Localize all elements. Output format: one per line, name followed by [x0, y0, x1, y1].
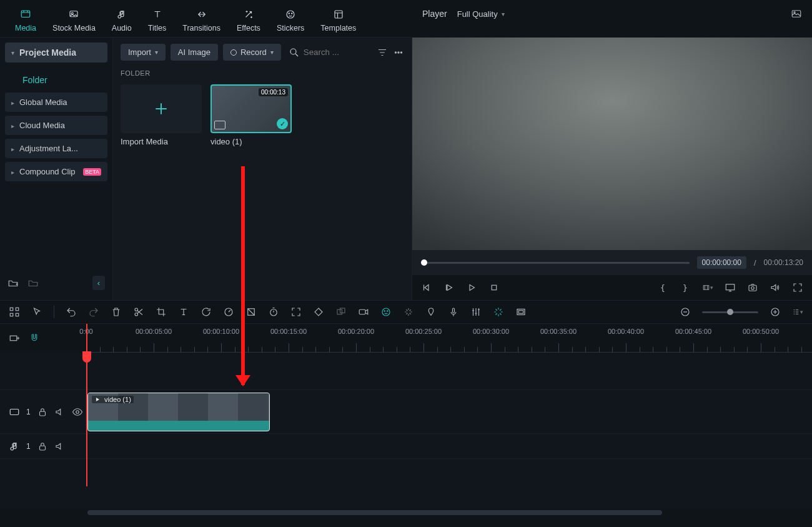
- filter-icon[interactable]: [377, 47, 388, 58]
- text-icon[interactable]: [178, 306, 189, 318]
- import-dropdown[interactable]: Import ▾: [121, 44, 166, 61]
- ai-image-button[interactable]: AI Image: [171, 44, 218, 61]
- timeline-toolbar: ▾: [0, 300, 812, 324]
- search-icon[interactable]: [289, 47, 300, 58]
- svg-rect-38: [10, 336, 17, 341]
- ruler-label: 00:00:40:00: [608, 328, 644, 335]
- search-input[interactable]: [304, 48, 354, 57]
- lock-icon[interactable]: [37, 406, 48, 418]
- step-back-icon[interactable]: [421, 282, 432, 293]
- tab-media[interactable]: Media: [12, 6, 39, 34]
- zoom-slider[interactable]: [702, 311, 758, 313]
- ai-face-icon[interactable]: [380, 306, 392, 318]
- sparkle-icon[interactable]: [403, 306, 414, 318]
- project-media-header[interactable]: ▾ Project Media: [5, 43, 107, 63]
- tab-titles[interactable]: Titles: [146, 6, 169, 34]
- safe-zone-icon[interactable]: [515, 306, 527, 318]
- playhead[interactable]: [86, 324, 87, 486]
- audio-track-icon: [9, 441, 20, 452]
- lock-icon[interactable]: [37, 441, 48, 452]
- marker-icon[interactable]: [425, 306, 437, 318]
- mute-icon[interactable]: [54, 406, 66, 418]
- chevron-down-icon: ▾: [155, 49, 158, 56]
- sidebar-item-cloud-media[interactable]: Cloud Media: [5, 116, 107, 135]
- stop-icon[interactable]: [488, 282, 500, 293]
- link-folder-icon[interactable]: [27, 278, 39, 289]
- ruler-label: 00:00:15:00: [270, 328, 307, 335]
- aspect-icon[interactable]: ▾: [702, 282, 713, 293]
- record-dropdown[interactable]: Record ▾: [223, 44, 281, 61]
- mic-icon[interactable]: [448, 306, 459, 318]
- more-icon[interactable]: [393, 47, 404, 58]
- visibility-icon[interactable]: [72, 406, 83, 418]
- fit-icon[interactable]: [290, 306, 302, 318]
- zoom-out-icon[interactable]: [680, 306, 691, 318]
- mark-in-icon[interactable]: {: [657, 282, 668, 293]
- rotate-icon[interactable]: [201, 306, 212, 318]
- svg-point-11: [398, 51, 399, 53]
- speed-icon[interactable]: [223, 306, 234, 318]
- play-icon[interactable]: [466, 282, 477, 293]
- clip-duration-badge: 00:00:13: [259, 88, 288, 96]
- tab-audio[interactable]: Audio: [109, 6, 134, 34]
- zoom-in-icon[interactable]: [770, 306, 781, 318]
- arrange-icon[interactable]: [9, 306, 20, 318]
- new-folder-icon[interactable]: [7, 278, 19, 289]
- tab-transitions[interactable]: Transitions: [180, 6, 223, 34]
- import-media-label: Import Media: [121, 137, 202, 146]
- redo-icon[interactable]: [88, 306, 99, 318]
- group-icon[interactable]: [335, 306, 347, 318]
- tab-templates[interactable]: Templates: [318, 6, 359, 34]
- play-pause-icon[interactable]: [443, 282, 455, 293]
- split-icon[interactable]: [133, 306, 144, 318]
- check-icon: ✓: [277, 118, 288, 129]
- sidebar-folder-label[interactable]: Folder: [5, 69, 107, 93]
- view-mode-icon[interactable]: ▾: [792, 306, 803, 318]
- undo-icon[interactable]: [66, 306, 77, 318]
- time-separator: /: [754, 258, 756, 268]
- snapshot-icon[interactable]: [747, 282, 758, 293]
- timeline-horizontal-scrollbar[interactable]: [0, 509, 812, 516]
- track-add-icon[interactable]: [9, 333, 20, 344]
- tab-effects[interactable]: Effects: [234, 6, 263, 34]
- player-seek-bar[interactable]: [421, 262, 690, 264]
- keyframe-icon[interactable]: [313, 306, 324, 318]
- color-icon[interactable]: [245, 306, 257, 318]
- clip-name-label: video (1): [210, 137, 292, 146]
- ruler-label: 00:00:30:00: [473, 328, 509, 335]
- svg-point-32: [387, 311, 389, 312]
- svg-rect-18: [10, 308, 13, 311]
- timeline-ruler[interactable]: 0:0000:00:05:0000:00:10:0000:00:15:0000:…: [86, 324, 812, 353]
- audio-track-number: 1: [26, 442, 31, 451]
- templates-icon: [332, 8, 345, 21]
- camera-icon[interactable]: [358, 306, 369, 318]
- media-clip-tile[interactable]: 00:00:13 ✓ video (1): [210, 84, 292, 146]
- svg-rect-14: [703, 286, 709, 290]
- tab-stickers[interactable]: Stickers: [274, 6, 307, 34]
- mark-out-icon[interactable]: }: [680, 282, 691, 293]
- tab-stock-media[interactable]: Stock Media: [50, 6, 98, 34]
- svg-point-41: [76, 410, 79, 413]
- crop-icon[interactable]: [156, 306, 167, 318]
- fullscreen-icon[interactable]: [792, 282, 803, 293]
- svg-rect-39: [10, 409, 19, 414]
- sidebar-item-adjustment-layer[interactable]: Adjustment La...: [5, 139, 107, 158]
- magnet-icon[interactable]: [29, 333, 40, 344]
- timeline-clip[interactable]: video (1): [87, 393, 270, 431]
- sidebar-item-global-media[interactable]: Global Media: [5, 93, 107, 112]
- chevron-right-icon: [11, 121, 14, 130]
- audio-mix-icon[interactable]: [470, 306, 482, 318]
- duration-icon[interactable]: [268, 306, 279, 318]
- import-media-tile[interactable]: Import Media: [121, 84, 202, 146]
- volume-icon[interactable]: [770, 282, 781, 293]
- player-viewport[interactable]: [412, 38, 812, 250]
- cursor-icon[interactable]: [31, 306, 42, 318]
- snapshot-gallery-icon[interactable]: [791, 8, 802, 19]
- delete-icon[interactable]: [111, 306, 122, 318]
- collapse-sidebar-button[interactable]: ‹: [92, 276, 105, 290]
- player-quality-selector[interactable]: Full Quality ▾: [457, 9, 505, 19]
- auto-cut-icon[interactable]: [493, 306, 504, 318]
- mute-icon[interactable]: [54, 441, 66, 452]
- sidebar-item-compound-clip[interactable]: Compound Clip BETA: [5, 162, 107, 181]
- display-icon[interactable]: [725, 282, 736, 293]
